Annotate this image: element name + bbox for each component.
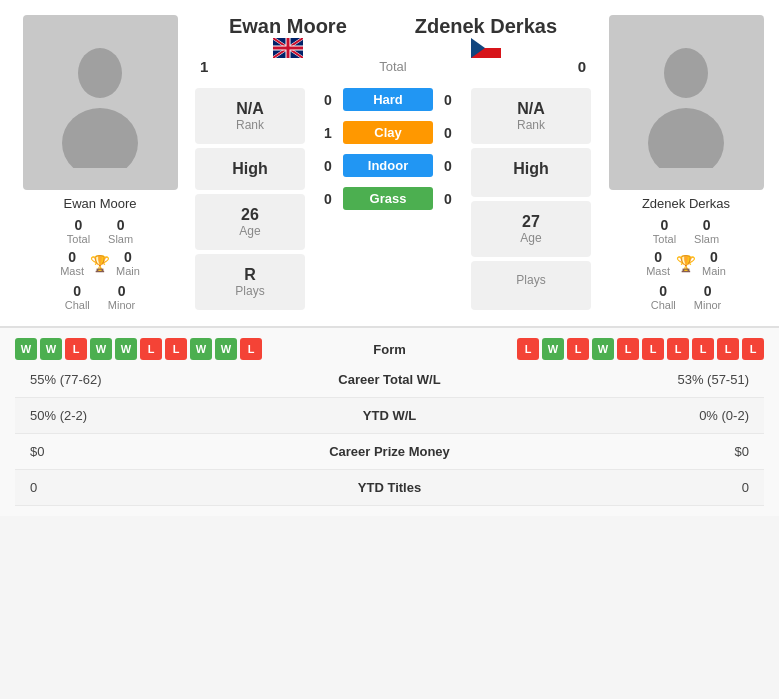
- left-info-cards: N/A Rank High 26 Age R Plays: [195, 88, 305, 310]
- form-section: WWLWWLLWWL Form LWLWLLLLLL 55% (77-62) C…: [0, 327, 779, 516]
- right-mast-value: 0: [646, 249, 670, 265]
- right-plays-card: Plays: [471, 261, 591, 310]
- left-trophy-row: 0 Mast 🏆 0 Main: [60, 249, 140, 277]
- right-form-badge-5: L: [642, 338, 664, 360]
- stats-tbody: 55% (77-62) Career Total W/L 53% (57-51)…: [15, 362, 764, 506]
- stat-label-1: YTD W/L: [277, 398, 502, 434]
- middle-area: N/A Rank High 26 Age R Plays: [195, 88, 591, 310]
- left-stats-row3: 0 Chall 0 Minor: [65, 283, 136, 311]
- left-form-badge-9: L: [240, 338, 262, 360]
- left-form-badge-2: L: [65, 338, 87, 360]
- right-flag-cz: [471, 38, 501, 58]
- surface-left-0: 0: [313, 92, 343, 108]
- right-rank-card: N/A Rank: [471, 88, 591, 144]
- left-form-badge-8: W: [215, 338, 237, 360]
- left-high-value: High: [211, 160, 289, 178]
- right-main-stat: 0 Main: [702, 249, 726, 277]
- right-form-badge-1: W: [542, 338, 564, 360]
- right-total-stat: 0 Total: [653, 217, 676, 245]
- left-age-card: 26 Age: [195, 194, 305, 250]
- surface-left-2: 0: [313, 158, 343, 174]
- left-plays-card: R Plays: [195, 254, 305, 310]
- right-minor-value: 0: [694, 283, 722, 299]
- left-center-name: Ewan Moore: [229, 15, 347, 38]
- right-form-badge-4: L: [617, 338, 639, 360]
- right-info-cards: N/A Rank High 27 Age Plays: [471, 88, 591, 310]
- svg-point-7: [648, 108, 724, 168]
- left-slam-value: 0: [108, 217, 133, 233]
- stat-left-1: 50% (2-2): [15, 398, 277, 434]
- surface-row-indoor: 0 Indoor 0: [313, 154, 463, 177]
- left-form-badge-7: W: [190, 338, 212, 360]
- left-chall-value: 0: [65, 283, 90, 299]
- stat-right-1: 0% (0-2): [502, 398, 764, 434]
- right-chall-value: 0: [651, 283, 676, 299]
- surfaces-center: 0 Hard 0 1 Clay 0 0 Indoor 0 0 Grass 0: [313, 88, 463, 310]
- svg-point-1: [62, 108, 138, 168]
- total-label: Total: [379, 59, 406, 74]
- right-age-card: 27 Age: [471, 201, 591, 257]
- left-minor-stat: 0 Minor: [108, 283, 136, 311]
- left-avatar: [23, 15, 178, 190]
- stat-left-0: 55% (77-62): [15, 362, 277, 398]
- table-row: 50% (2-2) YTD W/L 0% (0-2): [15, 398, 764, 434]
- surface-badge-grass: Grass: [343, 187, 433, 210]
- stat-label-0: Career Total W/L: [277, 362, 502, 398]
- surface-right-0: 0: [433, 92, 463, 108]
- left-mast-value: 0: [60, 249, 84, 265]
- right-slam-label: Slam: [694, 233, 719, 245]
- surface-right-2: 0: [433, 158, 463, 174]
- left-rank-value: N/A: [211, 100, 289, 118]
- right-avatar: [609, 15, 764, 190]
- surface-badge-indoor: Indoor: [343, 154, 433, 177]
- left-main-stat: 0 Main: [116, 249, 140, 277]
- surface-left-3: 0: [313, 191, 343, 207]
- right-form-badge-8: L: [717, 338, 739, 360]
- left-rank-card: N/A Rank: [195, 88, 305, 144]
- right-mast-label: Mast: [646, 265, 670, 277]
- surface-right-1: 0: [433, 125, 463, 141]
- right-main-value: 0: [702, 249, 726, 265]
- right-trophy-icon: 🏆: [676, 254, 696, 273]
- form-row: WWLWWLLWWL Form LWLWLLLLLL: [15, 338, 764, 360]
- left-plays-label: Plays: [211, 284, 289, 298]
- stat-right-2: $0: [502, 434, 764, 470]
- right-player-name: Zdenek Derkas: [642, 196, 730, 211]
- stat-left-2: $0: [15, 434, 277, 470]
- right-age-label: Age: [487, 231, 575, 245]
- surface-row-hard: 0 Hard 0: [313, 88, 463, 111]
- left-form-badges: WWLWWLLWWL: [15, 338, 262, 360]
- left-player-name: Ewan Moore: [64, 196, 137, 211]
- right-stats-row1: 0 Total 0 Slam: [653, 217, 719, 245]
- surface-badge-hard: Hard: [343, 88, 433, 111]
- left-trophy-icon: 🏆: [90, 254, 110, 273]
- left-name-block: Ewan Moore: [229, 15, 347, 58]
- stat-right-3: 0: [502, 470, 764, 506]
- left-age-label: Age: [211, 224, 289, 238]
- right-chall-label: Chall: [651, 299, 676, 311]
- form-label: Form: [350, 342, 430, 357]
- player-right: Zdenek Derkas 0 Total 0 Slam 0 Mast 🏆: [596, 15, 776, 311]
- right-plays-label: Plays: [487, 273, 575, 287]
- right-slam-stat: 0 Slam: [694, 217, 719, 245]
- right-form-badge-2: L: [567, 338, 589, 360]
- right-form-badge-0: L: [517, 338, 539, 360]
- surface-right-3: 0: [433, 191, 463, 207]
- right-rank-value: N/A: [487, 100, 575, 118]
- surface-badge-clay: Clay: [343, 121, 433, 144]
- right-form-badge-3: W: [592, 338, 614, 360]
- center-column: Ewan Moore Zdenek Derkas: [190, 15, 596, 311]
- left-form-badge-3: W: [90, 338, 112, 360]
- left-total-stat: 0 Total: [67, 217, 90, 245]
- right-total-value: 0: [653, 217, 676, 233]
- left-minor-value: 0: [108, 283, 136, 299]
- left-form-badge-5: L: [140, 338, 162, 360]
- left-stats-row1: 0 Total 0 Slam: [67, 217, 133, 245]
- left-high-card: High: [195, 148, 305, 190]
- total-row: 1 Total 0: [195, 58, 591, 75]
- left-total-value: 0: [67, 217, 90, 233]
- left-form-badge-6: L: [165, 338, 187, 360]
- player-left: Ewan Moore 0 Total 0 Slam 0 Mast 🏆 0: [10, 15, 190, 311]
- left-rank-label: Rank: [211, 118, 289, 132]
- surface-row-grass: 0 Grass 0: [313, 187, 463, 210]
